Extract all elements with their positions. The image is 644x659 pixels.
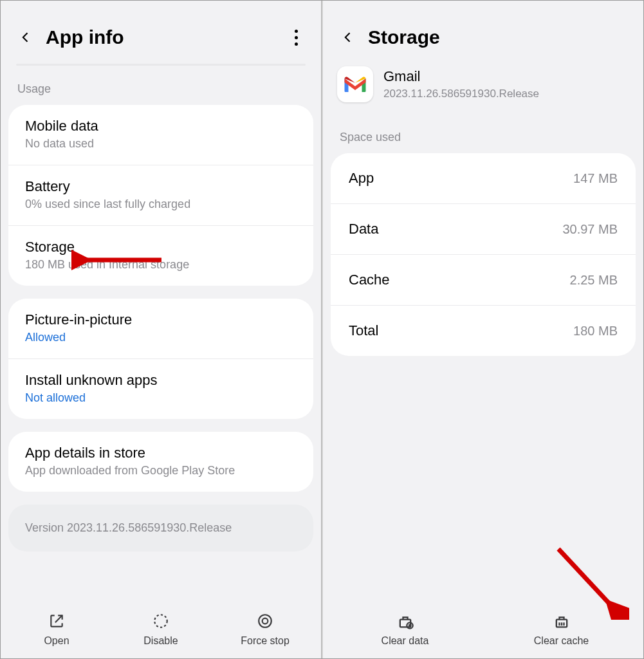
open-button[interactable]: Open (5, 612, 109, 647)
header: Storage (323, 1, 643, 64)
space-cache-row[interactable]: Cache 2.25 MB (331, 254, 636, 305)
storage-row[interactable]: Storage 180 MB used in Internal storage (8, 225, 313, 286)
clear-cache-icon (553, 612, 571, 630)
row-label: Picture-in-picture (25, 311, 297, 328)
row-subtext: 0% used since last fully charged (25, 198, 297, 211)
unknown-apps-row[interactable]: Install unknown apps Not allowed (8, 358, 313, 419)
row-label: Battery (25, 178, 297, 195)
row-value: 180 MB (573, 324, 618, 339)
row-label: Install unknown apps (25, 372, 297, 389)
section-label-space: Space used (323, 114, 643, 153)
row-subtext: App downloaded from Google Play Store (25, 464, 297, 478)
app-header: Gmail 2023.11.26.586591930.Release (323, 64, 643, 114)
row-label: Storage (25, 239, 297, 255)
app-name: Gmail (383, 68, 539, 85)
page-title: Storage (368, 26, 629, 48)
force-stop-icon (256, 612, 274, 630)
back-button[interactable] (15, 26, 37, 48)
section-label-usage: Usage (1, 66, 321, 105)
button-label: Force stop (241, 635, 290, 647)
pip-row[interactable]: Picture-in-picture Allowed (8, 299, 313, 358)
bottom-toolbar: Clear data Clear cache (323, 600, 643, 658)
row-key: App (349, 170, 374, 187)
row-value: 2.25 MB (570, 273, 618, 288)
app-details-row[interactable]: App details in store App downloaded from… (8, 432, 313, 492)
row-subtext: No data used (25, 137, 297, 151)
more-options-button[interactable] (285, 26, 307, 48)
disable-icon (152, 612, 170, 630)
open-icon (48, 612, 66, 630)
svg-point-2 (262, 618, 268, 624)
force-stop-button[interactable]: Force stop (213, 612, 317, 647)
space-used-card: App 147 MB Data 30.97 MB Cache 2.25 MB T… (331, 153, 636, 356)
button-label: Clear cache (534, 635, 589, 647)
row-label: Mobile data (25, 118, 297, 135)
row-key: Data (349, 221, 378, 237)
button-label: Clear data (382, 635, 429, 647)
space-app-row[interactable]: App 147 MB (331, 153, 636, 203)
storage-screen: Storage Gmail 2023.11.26.586591930.Relea… (322, 1, 643, 658)
page-title: App info (46, 26, 285, 48)
app-version: 2023.11.26.586591930.Release (383, 88, 539, 100)
app-info-screen: App info Usage Mobile data No data used … (1, 1, 322, 658)
row-key: Total (349, 322, 378, 339)
back-button[interactable] (337, 26, 359, 48)
clear-data-icon (396, 612, 414, 630)
clear-data-button[interactable]: Clear data (327, 612, 483, 647)
clear-cache-button[interactable]: Clear cache (483, 612, 639, 647)
space-total-row[interactable]: Total 180 MB (331, 305, 636, 356)
svg-point-0 (154, 615, 167, 627)
disable-button[interactable]: Disable (109, 612, 213, 647)
svg-line-10 (558, 549, 611, 606)
version-text: Version 2023.11.26.586591930.Release (8, 505, 313, 552)
gmail-icon (337, 66, 373, 102)
bottom-toolbar: Open Disable Force stop (1, 600, 321, 658)
battery-row[interactable]: Battery 0% used since last fully charged (8, 165, 313, 225)
permissions-card: Picture-in-picture Allowed Install unkno… (8, 299, 313, 419)
row-subtext: Allowed (25, 331, 297, 344)
button-label: Disable (143, 635, 178, 647)
row-subtext: 180 MB used in Internal storage (25, 258, 297, 272)
button-label: Open (44, 635, 69, 647)
row-subtext: Not allowed (25, 391, 297, 405)
row-key: Cache (349, 272, 390, 288)
row-label: App details in store (25, 445, 297, 461)
mobile-data-row[interactable]: Mobile data No data used (8, 105, 313, 165)
row-value: 30.97 MB (562, 222, 618, 237)
space-data-row[interactable]: Data 30.97 MB (331, 203, 636, 254)
usage-card: Mobile data No data used Battery 0% used… (8, 105, 313, 286)
header: App info (1, 1, 321, 64)
svg-point-1 (259, 615, 271, 627)
app-meta: Gmail 2023.11.26.586591930.Release (383, 68, 539, 100)
store-card: App details in store App downloaded from… (8, 432, 313, 492)
row-value: 147 MB (573, 171, 618, 186)
